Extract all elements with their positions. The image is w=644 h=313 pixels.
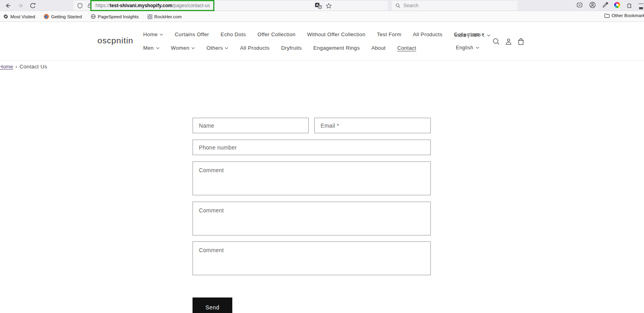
url-highlight-box: https://test-shivani.myshopify.com/pages… (90, 0, 214, 11)
nav-dryfruits[interactable]: Dryfruits (281, 45, 302, 51)
store-header: oscpnitin Home Curtains Offer Echo Dots … (0, 22, 644, 60)
store-account-icon[interactable] (505, 38, 512, 45)
firefox-icon (44, 14, 49, 19)
globe-icon (91, 14, 96, 19)
color-wheel-extension-icon[interactable] (614, 2, 620, 8)
translate-icon[interactable]: A文 (315, 3, 322, 9)
extensions-puzzle-icon[interactable] (626, 1, 633, 8)
shield-icon[interactable] (76, 2, 84, 9)
name-field[interactable] (193, 118, 309, 133)
breadcrumb-current: Contact Us (19, 64, 47, 70)
chevron-down-icon (160, 33, 163, 36)
eyedropper-icon[interactable] (601, 1, 609, 8)
country-currency-selector[interactable]: India | INR ₹ (455, 32, 490, 38)
nav-men[interactable]: Men (143, 45, 160, 51)
bookmark-most-visited[interactable]: Most Visited (3, 14, 35, 19)
browser-toolbar: https://test-shivani.myshopify.com/pages… (0, 0, 644, 11)
header-icons (492, 38, 525, 45)
nav-echo-dots[interactable]: Echo Dots (221, 31, 246, 37)
nav-about[interactable]: About (372, 45, 386, 51)
browser-search-bar[interactable]: Search (392, 1, 518, 10)
folder-icon (604, 13, 610, 18)
language-selector[interactable]: English (456, 45, 479, 51)
nav-all-products-1[interactable]: All Products (413, 31, 442, 37)
send-button[interactable]: Send (193, 297, 232, 313)
chevron-down-icon (476, 47, 479, 49)
chevron-down-icon (487, 34, 490, 37)
bookmark-star-icon[interactable] (325, 2, 332, 9)
breadcrumb: Home › Contact Us (0, 64, 47, 70)
chevron-down-icon (225, 47, 228, 49)
site-favicon (148, 14, 152, 19)
comment-field-3[interactable] (193, 241, 431, 275)
url-text[interactable]: https://test-shivani.myshopify.com/pages… (95, 3, 210, 8)
email-field[interactable] (314, 118, 431, 133)
gear-icon (3, 14, 8, 19)
nav-all-products-2[interactable]: All Products (240, 45, 269, 51)
breadcrumb-home-link[interactable]: Home (0, 64, 13, 70)
url-bar[interactable]: https://test-shivani.myshopify.com/pages… (74, 1, 388, 10)
nav-test-form[interactable]: Test Form (377, 31, 401, 37)
store-logo[interactable]: oscpnitin (97, 36, 133, 45)
bookmark-pagespeed-insights[interactable]: PageSpeed Insights (91, 14, 139, 19)
store-page: oscpnitin Home Curtains Offer Echo Dots … (0, 22, 644, 313)
menu-icon[interactable] (638, 4, 644, 7)
reload-icon[interactable] (28, 1, 37, 10)
store-search-icon[interactable] (492, 38, 500, 45)
chevron-down-icon (156, 47, 160, 49)
bookmark-rockher[interactable]: RockHer.com (148, 14, 182, 19)
comment-field-2[interactable] (193, 202, 431, 235)
main-nav-row-1: Home Curtains Offer Echo Dots Offer Coll… (143, 31, 481, 37)
store-cart-icon[interactable] (517, 38, 525, 45)
chevron-down-icon (191, 47, 195, 49)
nav-engagement-rings[interactable]: Engagement Rings (313, 45, 360, 51)
bookmark-getting-started[interactable]: Getting Started (44, 14, 82, 19)
other-bookmarks[interactable]: Other Bookmarks (604, 13, 644, 18)
nav-contact[interactable]: Contact (397, 45, 416, 51)
bookmarks-bar: Most Visited Getting Started PageSpeed I… (0, 12, 644, 22)
browser-search-placeholder: Search (403, 3, 418, 8)
search-icon (395, 3, 401, 8)
main-nav-row-2: Men Women Others All Products Dryfruits … (143, 45, 416, 51)
pocket-icon[interactable] (576, 1, 583, 8)
nav-others[interactable]: Others (206, 45, 228, 51)
nav-curtains-offer[interactable]: Curtains Offer (175, 31, 209, 37)
nav-women[interactable]: Women (171, 45, 195, 51)
account-icon[interactable] (589, 1, 596, 8)
browser-window: https://test-shivani.myshopify.com/pages… (0, 0, 644, 313)
back-icon[interactable] (3, 1, 13, 10)
breadcrumb-separator: › (16, 64, 17, 70)
phone-field[interactable] (193, 140, 431, 155)
forward-icon[interactable] (16, 1, 25, 10)
nav-without-offer-collection[interactable]: Without Offer Collection (307, 31, 366, 37)
nav-offer-collection[interactable]: Offer Collection (257, 31, 296, 37)
nav-home[interactable]: Home (143, 31, 163, 37)
comment-field-1[interactable] (193, 161, 431, 195)
